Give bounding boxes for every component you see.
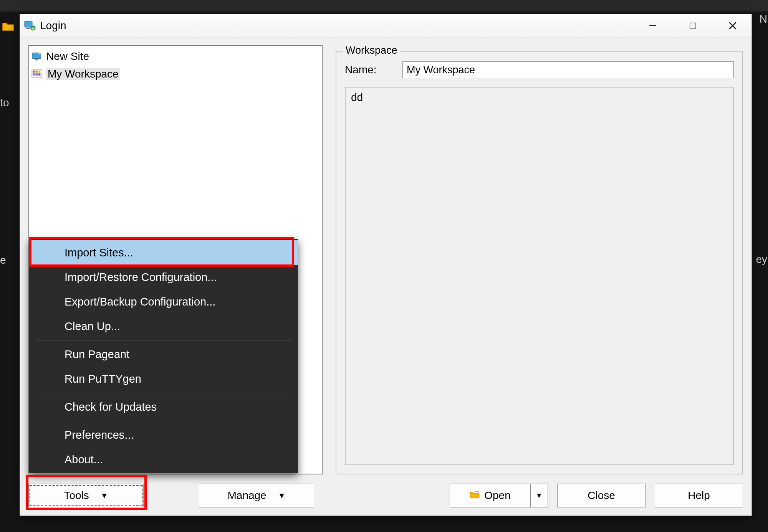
svg-rect-13: [38, 71, 41, 73]
workspace-icon: [31, 69, 43, 79]
open-dropdown-button[interactable]: ▼: [530, 484, 548, 507]
menu-item-import-restore-config[interactable]: Import/Restore Configuration...: [29, 265, 298, 289]
workspace-groupbox: Workspace Name: dd: [336, 51, 743, 474]
svg-rect-15: [35, 73, 38, 76]
workspace-panel: Workspace Name: dd: [336, 45, 743, 507]
svg-rect-11: [33, 71, 35, 73]
menu-item-label: Clean Up...: [65, 320, 120, 333]
maximize-button[interactable]: [684, 17, 702, 35]
site-item-label: My Workspace: [48, 68, 119, 80]
chevron-down-icon: ▼: [278, 492, 286, 499]
app-icon: [24, 20, 36, 32]
open-button-label: Open: [484, 489, 511, 502]
manage-button-label: Manage: [228, 489, 266, 502]
site-item-my-workspace[interactable]: My Workspace: [29, 65, 322, 83]
manage-button[interactable]: Manage ▼: [199, 484, 314, 507]
menu-item-run-pageant[interactable]: Run Pageant: [29, 342, 298, 367]
menu-item-run-puttygen[interactable]: Run PuTTYgen: [29, 367, 298, 391]
background-text: to: [0, 97, 9, 109]
svg-rect-1: [26, 28, 30, 29]
menu-item-label: Check for Updates: [65, 401, 157, 413]
menu-item-about[interactable]: About...: [29, 447, 298, 472]
close-dialog-button[interactable]: Close: [557, 484, 646, 507]
menu-item-label: Export/Backup Configuration...: [65, 296, 215, 308]
help-button-label: Help: [688, 489, 710, 502]
svg-rect-17: [475, 491, 479, 493]
workspace-legend: Workspace: [343, 45, 401, 56]
open-button[interactable]: Open: [450, 484, 530, 507]
tools-context-menu: Import Sites... Import/Restore Configura…: [29, 239, 298, 473]
svg-rect-12: [35, 71, 38, 73]
menu-item-label: Run PuTTYgen: [65, 373, 141, 385]
background-toolbar: [0, 0, 768, 12]
tools-button[interactable]: Tools ▼: [28, 484, 144, 507]
svg-rect-4: [690, 23, 696, 29]
site-item-label: New Site: [46, 50, 89, 62]
titlebar: Login: [20, 14, 751, 38]
menu-separator: [36, 393, 291, 393]
dialog-title: Login: [40, 20, 644, 32]
monitor-icon: [31, 51, 43, 61]
background-text: e: [0, 254, 6, 266]
folder-open-icon: [470, 489, 480, 502]
svg-rect-0: [25, 21, 32, 27]
site-item-new-site[interactable]: New Site: [29, 48, 322, 65]
minimize-button[interactable]: [644, 17, 662, 35]
background-text: N: [760, 13, 767, 25]
menu-item-check-updates[interactable]: Check for Updates: [29, 395, 298, 419]
workspace-name-input[interactable]: [402, 61, 734, 78]
menu-item-label: About...: [65, 453, 103, 466]
svg-rect-8: [35, 59, 38, 61]
menu-item-import-sites[interactable]: Import Sites...: [29, 240, 298, 265]
workspace-description-area[interactable]: dd: [345, 87, 734, 465]
close-button-label: Close: [588, 489, 615, 502]
background-folder-icon: [2, 21, 15, 31]
svg-rect-14: [33, 73, 35, 76]
name-label: Name:: [345, 64, 387, 76]
menu-item-label: Import/Restore Configuration...: [65, 271, 217, 284]
menu-item-label: Run Pageant: [65, 348, 129, 361]
menu-separator: [36, 421, 291, 421]
chevron-down-icon: ▼: [101, 492, 108, 499]
close-button[interactable]: [724, 17, 742, 35]
menu-item-preferences[interactable]: Preferences...: [29, 423, 298, 447]
background-text: ey: [756, 253, 767, 266]
workspace-description-text: dd: [351, 91, 363, 103]
chevron-down-icon: ▼: [536, 492, 543, 500]
open-split-button[interactable]: Open ▼: [450, 484, 548, 507]
help-button[interactable]: Help: [655, 484, 743, 507]
tools-button-label: Tools: [64, 489, 89, 502]
menu-item-label: Preferences...: [65, 429, 134, 441]
svg-rect-16: [38, 73, 41, 76]
menu-item-label: Import Sites...: [65, 246, 133, 259]
menu-item-export-backup-config[interactable]: Export/Backup Configuration...: [29, 289, 298, 314]
menu-separator: [36, 340, 291, 340]
menu-item-clean-up[interactable]: Clean Up...: [29, 314, 298, 339]
